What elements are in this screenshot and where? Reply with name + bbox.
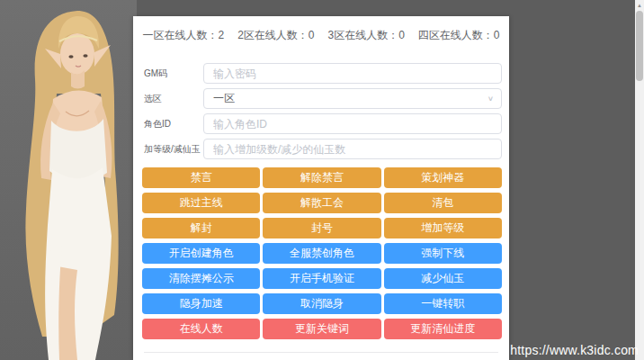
zone1-online-count: 一区在线人数：2 [142, 28, 224, 43]
ban-create-role-button[interactable]: 全服禁创角色 [263, 243, 380, 264]
level-jade-row: 加等级/减仙玉 [144, 139, 502, 159]
stealth-speedup-button[interactable]: 隐身加速 [142, 293, 260, 314]
gm-panel: 一区在线人数：2 2区在线人数：0 3区在线人数：0 四区在线人数：0 GM码 … [133, 16, 509, 360]
gm-code-label: GM码 [144, 68, 203, 80]
server-select-row: 选区 一区 ∨ [144, 88, 502, 109]
server-select-label: 选区 [144, 93, 203, 105]
cancel-stealth-button[interactable]: 取消隐身 [263, 293, 380, 314]
server-online-counts: 一区在线人数：2 2区在线人数：0 3区在线人数：0 四区在线人数：0 [133, 16, 509, 54]
gm-form: GM码 选区 一区 ∨ 角色ID 加等级/减仙玉 [133, 54, 509, 159]
button-row: 禁言 解除禁言 策划神器 [142, 167, 502, 188]
gm-code-input[interactable] [203, 63, 502, 84]
add-level-button[interactable]: 增加等级 [384, 218, 502, 238]
scrollbar[interactable]: ▲ [635, 0, 644, 360]
reduce-jade-button[interactable]: 减少仙玉 [384, 268, 502, 289]
button-row: 跳过主线 解散工会 清包 [142, 193, 502, 213]
zone2-online-count: 2区在线人数：0 [237, 28, 314, 43]
clear-stall-notice-button[interactable]: 清除摆摊公示 [142, 268, 260, 289]
button-row: 隐身加速 取消隐身 一键转职 [142, 293, 502, 314]
level-jade-label: 加等级/减仙玉 [144, 143, 203, 156]
ban-button[interactable]: 封号 [263, 218, 380, 238]
planner-tool-button[interactable]: 策划神器 [384, 167, 502, 188]
button-row: 开启创建角色 全服禁创角色 强制下线 [142, 243, 502, 264]
class-change-button[interactable]: 一键转职 [384, 293, 502, 314]
role-id-row: 角色ID [144, 113, 502, 134]
action-button-grid: 禁言 解除禁言 策划神器 跳过主线 解散工会 清包 解封 封号 增加等级 开启创… [133, 164, 509, 339]
scroll-up-icon[interactable]: ▲ [635, 0, 644, 11]
force-offline-button[interactable]: 强制下线 [384, 243, 502, 264]
mute-button[interactable]: 禁言 [142, 167, 260, 188]
scrollbar-thumb[interactable] [636, 11, 643, 81]
unban-button[interactable]: 解封 [142, 218, 260, 238]
button-row: 解封 封号 增加等级 [142, 218, 502, 238]
role-id-label: 角色ID [144, 118, 203, 130]
update-keywords-button[interactable]: 更新关键词 [263, 319, 380, 339]
chevron-down-icon: ∨ [487, 95, 494, 103]
gm-code-row: GM码 [144, 63, 502, 84]
button-row: 清除摆摊公示 开启手机验证 减少仙玉 [142, 268, 502, 289]
zone3-online-count: 3区在线人数：0 [328, 28, 405, 43]
character-image [0, 0, 137, 360]
button-row: 在线人数 更新关键词 更新清仙进度 [142, 319, 502, 339]
role-id-input[interactable] [203, 113, 502, 134]
skip-mainline-button[interactable]: 跳过主线 [142, 193, 260, 213]
server-select[interactable]: 一区 ∨ [203, 88, 502, 109]
watermark-url: https://www.k3idc.com [510, 343, 639, 357]
level-jade-input[interactable] [203, 139, 502, 159]
enable-create-role-button[interactable]: 开启创建角色 [142, 243, 260, 264]
server-select-value: 一区 [213, 91, 235, 106]
enable-phone-verify-button[interactable]: 开启手机验证 [263, 268, 380, 289]
divider [144, 352, 498, 353]
unmute-button[interactable]: 解除禁言 [263, 167, 380, 188]
clear-bag-button[interactable]: 清包 [384, 193, 502, 213]
disband-guild-button[interactable]: 解散工会 [263, 193, 380, 213]
online-count-button[interactable]: 在线人数 [142, 319, 260, 339]
update-progress-button[interactable]: 更新清仙进度 [384, 319, 502, 339]
character-illustration [0, 0, 137, 360]
zone4-online-count: 四区在线人数：0 [418, 28, 500, 43]
